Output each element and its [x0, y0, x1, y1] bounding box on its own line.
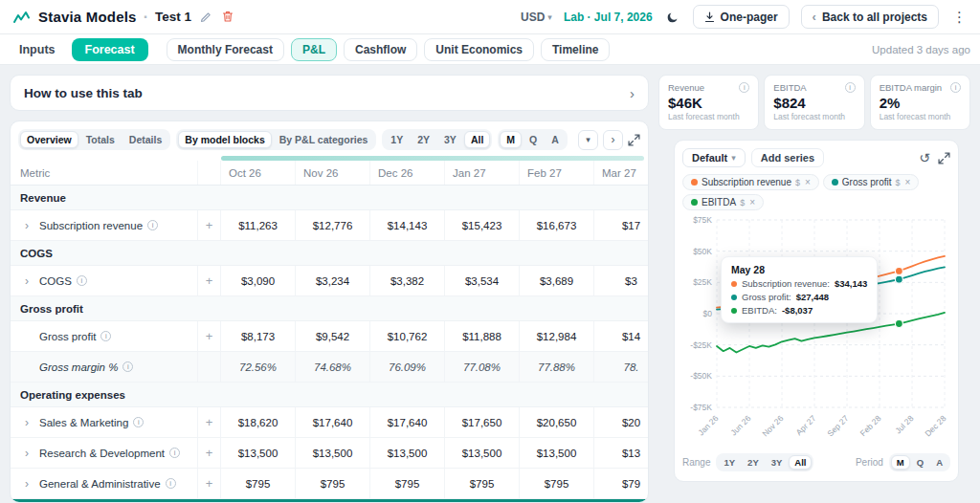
- info-icon[interactable]: i: [77, 275, 87, 286]
- tooltip-title: May 28: [731, 264, 867, 275]
- collapse-columns-button[interactable]: ▾: [578, 130, 598, 150]
- tab-forecast[interactable]: Forecast: [72, 38, 148, 61]
- chart-period-q[interactable]: Q: [911, 455, 929, 470]
- table-controls: OverviewTotalsDetails By model blocksBy …: [11, 121, 648, 156]
- metric-cell: Gross margin %i: [11, 352, 198, 382]
- legend-chip-gross-profit[interactable]: Gross profit$×: [823, 174, 920, 190]
- dark-mode-toggle[interactable]: [664, 9, 681, 26]
- help-banner[interactable]: How to use this tab ›: [10, 75, 649, 111]
- column-header-nov-26: Nov 26: [296, 161, 370, 185]
- add-line-button[interactable]: +: [198, 266, 221, 295]
- chevron-left-icon: ‹: [813, 10, 816, 24]
- section-label: Operating expenses: [20, 389, 125, 401]
- group-mode-by-model-blocks[interactable]: By model blocks: [178, 131, 271, 148]
- tab-inputs[interactable]: Inputs: [10, 39, 65, 60]
- value-cell: $9,542: [296, 321, 370, 351]
- info-icon[interactable]: i: [739, 82, 749, 93]
- value-cell: 78.: [594, 352, 649, 382]
- subtab-p-l[interactable]: P&L: [291, 38, 337, 61]
- project-name: Test 1: [155, 10, 191, 24]
- delete-project-icon[interactable]: [220, 9, 235, 25]
- value-cell: $3,689: [520, 266, 594, 295]
- chart-period-m[interactable]: M: [891, 455, 910, 470]
- value-cell: $3,090: [221, 266, 296, 295]
- table-range-3y[interactable]: 3Y: [437, 131, 463, 148]
- tooltip-series-label: EBITDA:: [742, 305, 777, 316]
- info-icon[interactable]: i: [122, 361, 133, 372]
- group-mode-by-p-l-categories[interactable]: By P&L categories: [273, 131, 375, 148]
- tooltip-row: Gross profit:$27,448: [731, 292, 867, 302]
- chart-range-1y[interactable]: 1Y: [718, 455, 741, 470]
- series-unit: $: [896, 178, 901, 187]
- table-period-m[interactable]: M: [500, 131, 522, 148]
- chart-range-buttons: 1Y2Y3YAll: [716, 453, 813, 471]
- add-line-button[interactable]: +: [198, 210, 221, 240]
- info-icon[interactable]: i: [950, 82, 961, 93]
- expand-chevron-icon[interactable]: ›: [25, 417, 34, 428]
- info-icon[interactable]: i: [845, 82, 856, 93]
- value-cell: $18,620: [221, 407, 296, 437]
- info-icon[interactable]: i: [147, 220, 158, 230]
- remove-series-icon[interactable]: ×: [805, 177, 811, 187]
- info-icon[interactable]: i: [166, 478, 176, 489]
- add-line-button[interactable]: +: [198, 438, 221, 468]
- legend-chip-ebitda[interactable]: EBITDA$×: [682, 194, 764, 210]
- subtab-timeline[interactable]: Timeline: [541, 38, 610, 61]
- tooltip-series-value: $27,448: [796, 292, 829, 302]
- table-range-1y[interactable]: 1Y: [384, 131, 410, 148]
- chart-range-3y[interactable]: 3Y: [766, 455, 789, 470]
- view-tab-totals[interactable]: Totals: [79, 131, 122, 148]
- value-cell: $13: [594, 438, 649, 468]
- kebab-menu-icon[interactable]: ⋮: [950, 9, 969, 26]
- add-line-button[interactable]: +: [198, 407, 221, 437]
- back-to-projects-button[interactable]: ‹ Back to all projects: [801, 5, 939, 29]
- svg-text:Apr 27: Apr 27: [794, 413, 818, 437]
- subtab-cashflow[interactable]: Cashflow: [344, 38, 417, 61]
- sub-tabs: Monthly ForecastP&LCashflowUnit Economic…: [167, 38, 611, 61]
- one-pager-button[interactable]: One-pager: [693, 5, 790, 29]
- metric-cell: Gross profiti: [11, 321, 198, 351]
- view-tab-details[interactable]: Details: [122, 131, 168, 148]
- forecast-table: MetricOct 26Nov 26Dec 26Jan 27Feb 27Mar …: [11, 161, 649, 499]
- table-range-2y[interactable]: 2Y: [411, 131, 436, 148]
- chart-range-2y[interactable]: 2Y: [742, 455, 765, 470]
- svg-text:-$75K: -$75K: [690, 403, 712, 412]
- expand-chevron-icon[interactable]: ›: [25, 275, 34, 287]
- add-line-button[interactable]: +: [198, 469, 221, 498]
- currency-selector[interactable]: USD ▾: [521, 11, 552, 24]
- subtab-monthly-forecast[interactable]: Monthly Forecast: [167, 38, 284, 61]
- expand-chevron-icon[interactable]: ›: [25, 448, 34, 459]
- tooltip-series-dot: [731, 308, 737, 314]
- value-cell: $15,423: [445, 210, 520, 240]
- legend-chip-subscription-revenue[interactable]: Subscription revenue$×: [682, 174, 819, 190]
- scroll-right-button[interactable]: ›: [603, 130, 623, 150]
- value-cell: $795: [370, 469, 445, 498]
- remove-series-icon[interactable]: ×: [905, 177, 911, 187]
- expand-table-icon[interactable]: [628, 134, 640, 146]
- add-series-button[interactable]: Add series: [751, 148, 824, 167]
- top-bar-right: USD ▾ Lab · Jul 7, 2026 One-pager ‹ Back…: [521, 5, 969, 29]
- expand-chart-icon[interactable]: [938, 152, 950, 164]
- refresh-chart-icon[interactable]: ↺: [919, 151, 930, 164]
- rename-project-icon[interactable]: [198, 10, 213, 25]
- kpi-label: Revenue: [668, 82, 704, 93]
- table-period-q[interactable]: Q: [523, 131, 544, 148]
- expand-chevron-icon[interactable]: ›: [25, 478, 34, 490]
- view-tab-overview[interactable]: Overview: [20, 131, 78, 148]
- table-range-all[interactable]: All: [464, 131, 490, 148]
- forecast-chart[interactable]: $75K$50K$25K$0-$25K-$50K-$75KJan 26Jun 2…: [682, 214, 952, 448]
- chart-preset-dropdown[interactable]: Default ▾: [682, 148, 746, 167]
- subtab-unit-economics[interactable]: Unit Economics: [424, 38, 534, 61]
- chart-range-all[interactable]: All: [789, 455, 812, 470]
- add-line-button[interactable]: +: [198, 321, 221, 351]
- expand-chevron-icon[interactable]: ›: [25, 220, 34, 231]
- value-cell: $17,640: [296, 407, 370, 437]
- info-icon[interactable]: i: [133, 417, 144, 427]
- remove-series-icon[interactable]: ×: [749, 197, 755, 208]
- info-icon[interactable]: i: [100, 331, 111, 341]
- table-period-a[interactable]: A: [545, 131, 566, 148]
- chart-period-a[interactable]: A: [930, 455, 948, 470]
- column-header-metric: Metric: [11, 161, 198, 185]
- info-icon[interactable]: i: [169, 448, 180, 458]
- value-cell: $13,500: [370, 438, 445, 468]
